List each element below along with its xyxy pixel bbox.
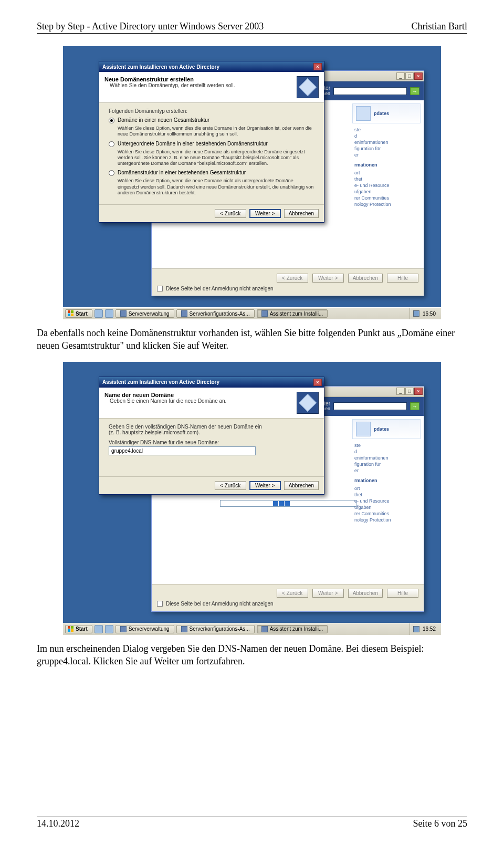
wizard-step-title: Neue Domänenstruktur erstellen <box>104 76 291 82</box>
start-button[interactable]: Start <box>65 309 92 318</box>
bg-cancel-button[interactable]: Abbrechen <box>348 589 383 598</box>
close-button[interactable]: × <box>414 388 423 395</box>
rp-link[interactable]: e- und Resource <box>354 182 418 189</box>
app-icon <box>181 626 187 632</box>
rp-link[interactable]: figuration für <box>354 461 418 467</box>
doc-header-right: Christian Bartl <box>412 21 468 32</box>
minimize-button[interactable]: _ <box>396 388 405 395</box>
radio-new-forest-label: Domäne in einer neuen Gesamtstruktur <box>118 117 209 123</box>
rp-section-title: rmationen <box>352 475 421 484</box>
taskbar-item[interactable]: Serverkonfigurations-As... <box>176 625 255 633</box>
start-button[interactable]: Start <box>65 625 92 633</box>
rp-link[interactable]: ufgaben <box>354 189 418 195</box>
dont-show-checkbox[interactable] <box>157 286 163 291</box>
radio-tree-existing[interactable] <box>109 170 114 176</box>
rp-link[interactable]: d <box>354 133 418 139</box>
rp-link[interactable]: e- und Resource <box>354 498 418 504</box>
taskbar-item[interactable]: Serververwaltung <box>116 309 174 318</box>
rp-link[interactable]: er <box>354 467 418 474</box>
close-button[interactable]: × <box>414 72 423 80</box>
windows-flag-icon <box>68 310 74 317</box>
bg-cancel-button[interactable]: Abbrechen <box>348 274 383 283</box>
minimize-button[interactable]: _ <box>396 72 405 80</box>
search-go-button[interactable]: → <box>410 87 419 95</box>
help-search-input[interactable] <box>333 402 407 410</box>
taskbar: Start Serververwaltung Serverkonfigurati… <box>63 307 441 319</box>
dont-show-checkbox[interactable] <box>157 601 163 607</box>
quicklaunch-icon[interactable] <box>105 309 113 318</box>
dns-name-input[interactable]: gruppe4.local <box>109 446 256 455</box>
progress-bar <box>220 500 356 507</box>
wizard-back-button[interactable]: < Zurück <box>215 209 246 218</box>
app-icon <box>120 626 127 632</box>
bg-next-button[interactable]: Weiter > <box>312 274 344 283</box>
bg-help-button[interactable]: Hilfe <box>387 589 418 598</box>
wizard-close-button[interactable]: × <box>313 63 322 70</box>
maximize-button[interactable]: □ <box>405 72 414 80</box>
rp-link[interactable]: thet <box>354 492 418 498</box>
wizard-cancel-button[interactable]: Abbrechen <box>284 481 319 490</box>
rp-section-title: rmationen <box>352 159 421 169</box>
rp-link[interactable]: ste <box>354 442 418 448</box>
maximize-button[interactable]: □ <box>405 388 414 395</box>
wizard-instruction-1: Geben Sie den vollständigen DNS-Namen de… <box>109 424 314 430</box>
wizard-step-sub: Geben Sie einen Namen für die neue Domän… <box>104 398 291 404</box>
taskbar-item[interactable]: Serverkonfigurations-As... <box>176 309 255 318</box>
wizard-cancel-button[interactable]: Abbrechen <box>284 209 319 218</box>
rp-link[interactable]: figuration für <box>354 145 418 152</box>
quicklaunch-icon[interactable] <box>94 625 103 633</box>
clock: 16:50 <box>423 311 436 317</box>
radio-new-forest[interactable] <box>109 118 114 123</box>
rp-link[interactable]: ort <box>354 170 418 176</box>
rp-header-text: pdates <box>374 426 389 432</box>
wizard-back-button[interactable]: < Zurück <box>215 481 246 490</box>
taskbar-item[interactable]: Assistent zum Installi... <box>257 309 328 318</box>
rp-link[interactable]: eninformationen <box>354 455 418 461</box>
bg-back-button[interactable]: < Zurück <box>277 589 308 598</box>
app-icon <box>181 310 187 317</box>
dns-name-value: gruppe4.local <box>111 448 143 454</box>
dns-name-label: Vollständiger DNS-Name für die neue Domä… <box>109 440 314 445</box>
wizard-next-button[interactable]: Weiter > <box>249 209 281 218</box>
rp-link[interactable]: ufgaben <box>354 504 418 510</box>
screenshot-1: _ □ × Hilfe- und Supportcenter durchsuch… <box>63 46 441 319</box>
screenshot-2: _ □ × Hilfe- und Supportcenter durchsuch… <box>63 362 441 635</box>
bg-help-button[interactable]: Hilfe <box>387 274 418 283</box>
wizard-title: Assistent zum Installieren von Active Di… <box>102 64 219 70</box>
start-label: Start <box>76 626 88 632</box>
tray-icon[interactable] <box>413 310 419 317</box>
rp-link[interactable]: thet <box>354 176 418 182</box>
quicklaunch-icon[interactable] <box>105 625 113 633</box>
windows-flag-icon <box>68 626 74 632</box>
taskbar-item[interactable]: Assistent zum Installi... <box>257 625 328 633</box>
rp-link[interactable]: rer Communities <box>354 510 418 517</box>
help-search-input[interactable] <box>333 87 407 95</box>
right-panel: pdates ste d eninformationen figuration … <box>352 103 421 208</box>
rp-link[interactable]: eninformationen <box>354 139 418 145</box>
tray-icon[interactable] <box>413 626 419 632</box>
rp-link[interactable]: ste <box>354 127 418 133</box>
radio-child-domain-label: Untergeordnete Domäne in einer bestehend… <box>118 141 268 147</box>
updates-icon <box>356 106 371 121</box>
radio-tree-existing-desc: Wählen Sie diese Option, wenn die neue D… <box>109 178 314 199</box>
rp-link[interactable]: ort <box>354 485 418 492</box>
search-go-button[interactable]: → <box>410 402 419 410</box>
wizard-next-button[interactable]: Weiter > <box>249 481 281 490</box>
rp-header-text: pdates <box>374 111 389 116</box>
wizard-close-button[interactable]: × <box>313 379 322 386</box>
wizard-intro: Folgenden Domänentyp erstellen: <box>109 108 314 114</box>
rp-link[interactable]: nology Protection <box>354 201 418 207</box>
app-icon <box>261 626 268 632</box>
radio-child-domain[interactable] <box>109 141 114 147</box>
ad-icon <box>297 392 319 414</box>
taskbar-item[interactable]: Serververwaltung <box>116 625 174 633</box>
quicklaunch-icon[interactable] <box>94 309 103 318</box>
bg-back-button[interactable]: < Zurück <box>277 274 308 283</box>
dont-show-label: Diese Seite bei der Anmeldung nicht anze… <box>166 286 274 291</box>
rp-link[interactable]: rer Communities <box>354 195 418 201</box>
rp-link[interactable]: nology Protection <box>354 517 418 523</box>
bg-next-button[interactable]: Weiter > <box>312 589 344 598</box>
rp-link[interactable]: er <box>354 152 418 158</box>
rp-link[interactable]: d <box>354 448 418 455</box>
paragraph-2: Im nun erscheinenden Dialog vergeben Sie… <box>37 642 467 668</box>
